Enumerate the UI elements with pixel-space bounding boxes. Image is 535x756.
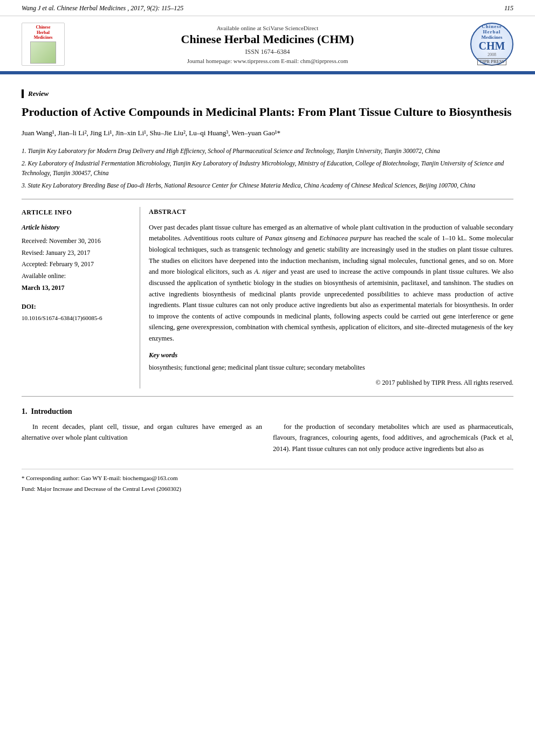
revised-date: Revised: January 23, 2017 xyxy=(22,247,131,259)
keywords-text: biosynthesis; functional gene; medicinal… xyxy=(149,363,513,373)
logo-right-tipr: TIPR PRESS xyxy=(477,58,506,65)
received-date: Received: November 30, 2016 xyxy=(22,235,131,247)
doi-value: 10.1016/S1674–6384(17)60085-6 xyxy=(22,313,131,324)
article-title: Production of Active Compounds in Medici… xyxy=(22,105,513,120)
logo-right-top: Chinese Herbal xyxy=(474,24,510,34)
doi-section: DOI: 10.1016/S1674–6384(17)60085-6 xyxy=(22,301,131,323)
abstract-title: ABSTRACT xyxy=(149,207,513,218)
affiliations: 1. Tianjin Key Laboratory for Modern Dru… xyxy=(22,146,513,190)
logo-mini-cover xyxy=(30,41,56,64)
journal-name: Chinese Herbal Medicines (CHM) xyxy=(76,32,459,46)
intro-col1: In recent decades, plant cell, tissue, a… xyxy=(22,421,262,458)
homepage-text: Journal homepage: www.tiprpress.com E-ma… xyxy=(76,58,459,64)
abstract-col: ABSTRACT Over past decades plant tissue … xyxy=(140,207,513,389)
article-info-col: ARTICLE INFO Article history Received: N… xyxy=(22,207,140,389)
abstract-text: Over past decades plant tissue culture h… xyxy=(149,222,513,344)
journal-center: Available online at SciVarse ScienceDire… xyxy=(65,25,470,64)
intro-col1-para: In recent decades, plant cell, tissue, a… xyxy=(22,421,262,443)
intro-col2-para: for the production of secondary metaboli… xyxy=(273,421,513,455)
keywords-label: Key words xyxy=(149,350,513,361)
authors: Juan Wang¹, Jian–li Li², Jing Li¹, Jin–x… xyxy=(22,128,513,139)
article-history-label: Article history xyxy=(22,222,131,234)
footnote-corresponding: * Corresponding author: Gao WY E-mail: b… xyxy=(22,474,513,483)
page-wrapper: Wang J et al. Chinese Herbal Medicines ,… xyxy=(0,0,535,756)
footnote-fund: Fund: Major Increase and Decrease of the… xyxy=(22,484,513,494)
logo-right-medicines: Medicines xyxy=(482,34,503,40)
available-online-text: Available online at SciVarse ScienceDire… xyxy=(76,25,459,31)
article-info-title: ARTICLE INFO xyxy=(22,207,131,219)
journal-header: ChineseHerbalMedicines Available online … xyxy=(0,16,535,73)
logo-right-chm: CHM xyxy=(479,40,505,52)
footnote: * Corresponding author: Gao WY E-mail: b… xyxy=(22,469,513,494)
accepted-date: Accepted: February 9, 2017 xyxy=(22,259,131,271)
intro-col2: for the production of secondary metaboli… xyxy=(273,421,513,458)
top-bar-left: Wang J et al. Chinese Herbal Medicines ,… xyxy=(22,4,183,12)
journal-logo-right: Chinese Herbal Medicines CHM 2008 TIPR P… xyxy=(470,23,513,66)
affiliation-1: 1. Tianjin Key Laboratory for Modern Dru… xyxy=(22,146,513,156)
logo-right-year: 2008 xyxy=(488,52,496,57)
affiliation-2: 2. Key Laboratory of Industrial Fermenta… xyxy=(22,158,513,178)
top-bar-page-number: 115 xyxy=(504,4,513,12)
affiliation-3: 3. State Key Laboratory Breeding Base of… xyxy=(22,181,513,190)
journal-logo-left: ChineseHerbalMedicines xyxy=(22,23,65,66)
logo-title-text: ChineseHerbalMedicines xyxy=(34,25,53,40)
copyright-text: © 2017 published by TIPR Press. All righ… xyxy=(149,378,513,389)
info-section: ARTICLE INFO Article history Received: N… xyxy=(22,199,513,397)
blue-rule xyxy=(0,73,535,74)
top-bar: Wang J et al. Chinese Herbal Medicines ,… xyxy=(0,0,535,16)
doi-label: DOI: xyxy=(22,301,131,313)
introduction-section-title: 1. Introduction xyxy=(22,407,513,416)
available-online-date: March 13, 2017 xyxy=(22,282,131,294)
content-area: Review Production of Active Compounds in… xyxy=(0,79,535,507)
issn-text: ISSN 1674–6384 xyxy=(76,48,459,56)
introduction-two-col: In recent decades, plant cell, tissue, a… xyxy=(22,421,513,458)
review-label: Review xyxy=(22,89,513,98)
available-online-label: Available online: xyxy=(22,271,131,282)
